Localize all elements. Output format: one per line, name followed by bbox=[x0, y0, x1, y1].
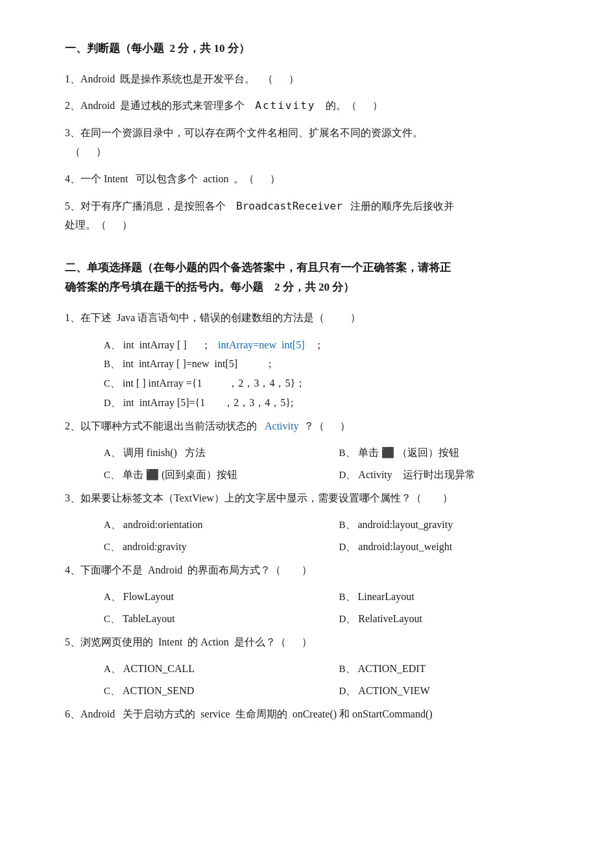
question-2-4: 4、下面哪个不是 Android 的界面布局方式？（ ） bbox=[65, 561, 561, 580]
option-2-3-c: C、 android:gravity bbox=[104, 537, 326, 557]
option-2-3-b: B、 android:layout_gravity bbox=[339, 515, 562, 535]
option-2-1-a: A、 int intArray [ ] ; intArray=new int[5… bbox=[104, 335, 561, 355]
option-2-1-b: B、 int intArray [ ]=new int[5] ; bbox=[104, 354, 561, 374]
option-2-5-b: B、 ACTION_EDIT bbox=[339, 659, 562, 679]
page-container: 一、判断题（每小题 2 分，共 10 分） 1、Android 既是操作系统也是… bbox=[65, 39, 561, 724]
option-2-3-d: D、 android:layout_weight bbox=[339, 537, 562, 557]
options-2-5: A、 ACTION_CALL B、 ACTION_EDIT C、 ACTION_… bbox=[104, 659, 561, 701]
options-2-3: A、 android:orientation B、 android:layout… bbox=[104, 515, 561, 557]
question-1-5: 5、对于有序广播消息，是按照各个 BroadcastReceiver 注册的顺序… bbox=[65, 197, 561, 235]
option-2-1-d: D、 int intArray [5]={1 ，2，3，4，5}; bbox=[104, 393, 561, 413]
options-2-4: A、 FlowLayout B、 LinearLayout C、 TableLa… bbox=[104, 587, 561, 629]
question-2-6: 6、Android 关于启动方式的 service 生命周期的 onCreate… bbox=[65, 705, 561, 724]
question-1-1: 1、Android 既是操作系统也是开发平台。 （ ） bbox=[65, 69, 561, 89]
question-2-5: 5、浏览网页使用的 Intent 的 Action 是什么？（ ） bbox=[65, 633, 561, 652]
option-2-4-a: A、 FlowLayout bbox=[104, 587, 326, 607]
question-2-1: 1、在下述 Java 语言语句中，错误的创建数组的方法是（ ） bbox=[65, 308, 561, 328]
section-2-title: 二、单项选择题（在每小题的四个备选答案中，有且只有一个正确答案，请将正 确答案的… bbox=[65, 258, 561, 298]
option-2-2-c: C、 单击 ⬛ (回到桌面）按钮 bbox=[104, 465, 326, 485]
section-1: 一、判断题（每小题 2 分，共 10 分） 1、Android 既是操作系统也是… bbox=[65, 39, 561, 235]
option-2-4-c: C、 TableLayout bbox=[104, 609, 326, 629]
section-2: 二、单项选择题（在每小题的四个备选答案中，有且只有一个正确答案，请将正 确答案的… bbox=[65, 258, 561, 724]
section-1-title: 一、判断题（每小题 2 分，共 10 分） bbox=[65, 39, 561, 59]
option-2-5-d: D、 ACTION_VIEW bbox=[339, 681, 562, 701]
option-2-4-b: B、 LinearLayout bbox=[339, 587, 562, 607]
question-2-3: 3、如果要让标签文本（TextView）上的文字居中显示，需要设置哪个属性？（ … bbox=[65, 488, 561, 508]
option-2-4-d: D、 RelativeLayout bbox=[339, 609, 562, 629]
option-2-5-a: A、 ACTION_CALL bbox=[104, 659, 326, 679]
option-2-1-c: C、 int [ ] intArray ={1 ，2，3，4，5}； bbox=[104, 374, 561, 393]
option-2-2-a: A、 调用 finish() 方法 bbox=[104, 443, 326, 463]
options-2-1: A、 int intArray [ ] ; intArray=new int[5… bbox=[104, 335, 561, 413]
question-1-2: 2、Android 是通过栈的形式来管理多个 Activity 的。（ ） bbox=[65, 96, 561, 115]
question-1-4: 4、一个 Intent 可以包含多个 action 。（ ） bbox=[65, 169, 561, 189]
option-2-3-a: A、 android:orientation bbox=[104, 515, 326, 535]
option-2-2-d: D、 Activity 运行时出现异常 bbox=[339, 465, 562, 485]
option-2-5-c: C、 ACTION_SEND bbox=[104, 681, 326, 701]
option-2-2-b: B、 单击 ⬛ （返回）按钮 bbox=[339, 443, 562, 463]
question-2-2: 2、以下哪种方式不能退出当前活动状态的 Activity ？（ ） bbox=[65, 416, 561, 436]
options-2-2: A、 调用 finish() 方法 B、 单击 ⬛ （返回）按钮 C、 单击 ⬛… bbox=[104, 443, 561, 485]
question-1-3: 3、在同一个资源目录中，可以存在两个文件名相同、扩展名不同的资源文件。 （ ） bbox=[65, 123, 561, 162]
